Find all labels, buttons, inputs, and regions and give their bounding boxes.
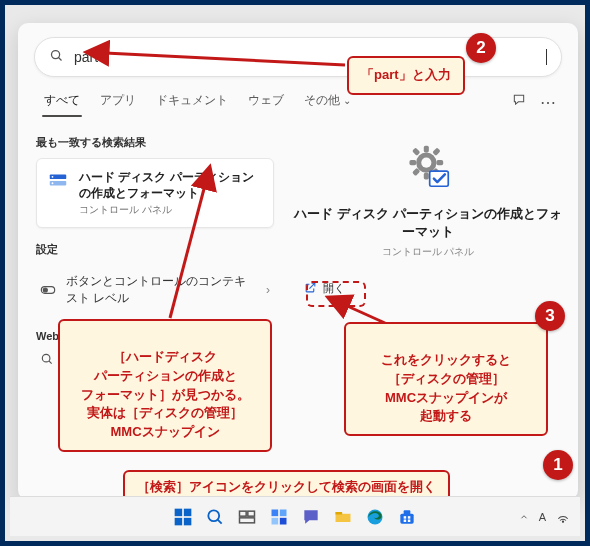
taskbar-tray: A (519, 510, 570, 524)
svg-point-19 (421, 158, 431, 168)
svg-rect-15 (412, 147, 420, 155)
svg-point-5 (52, 182, 54, 184)
annotated-screenshot-frame: part すべて アプリ ドキュメント ウェブ その他⌄ ⋯ 最も一致する検索結… (0, 0, 590, 546)
search-icon (49, 48, 64, 66)
svg-rect-26 (184, 508, 192, 516)
svg-rect-11 (424, 146, 429, 153)
svg-rect-32 (248, 511, 255, 516)
settings-item-label: ボタンとコントロールのコンテキスト レベル (66, 273, 256, 307)
network-volume-button[interactable] (556, 510, 570, 524)
tab-documents[interactable]: ドキュメント (146, 86, 238, 119)
edge-button[interactable] (362, 504, 388, 530)
gear-check-icon (401, 139, 455, 193)
results-right-column: ハード ディスク パーティションの作成とフォーマット コントロール パネル 開く (282, 125, 578, 500)
svg-point-8 (42, 355, 50, 363)
open-label: 開く (323, 281, 345, 296)
callout-best-match: ［ハードディスク パーティションの作成と フォーマット］が見つかる。 実体は［デ… (58, 319, 272, 452)
best-match-subtitle: コントロール パネル (79, 203, 263, 217)
feedback-button[interactable] (506, 89, 532, 115)
tray-overflow-button[interactable] (519, 512, 529, 522)
more-options-button[interactable]: ⋯ (534, 89, 562, 116)
svg-rect-44 (404, 519, 407, 522)
svg-rect-40 (400, 513, 413, 523)
svg-rect-17 (432, 147, 440, 155)
svg-line-30 (218, 519, 222, 523)
svg-point-46 (562, 521, 563, 522)
svg-rect-36 (272, 517, 279, 524)
widgets-button[interactable] (266, 504, 292, 530)
best-match-item[interactable]: ハード ディスク パーティションの作成とフォーマット コントロール パネル (36, 158, 274, 228)
hero-title: ハード ディスク パーティションの作成とフォーマット (290, 205, 566, 241)
partition-icon (47, 169, 69, 191)
start-button[interactable] (170, 504, 196, 530)
svg-rect-45 (408, 519, 411, 522)
chat-button[interactable] (298, 504, 324, 530)
open-icon (304, 281, 317, 296)
svg-point-4 (52, 176, 54, 178)
badge-2: 2 (466, 33, 496, 63)
chevron-down-icon: ⌄ (343, 95, 351, 106)
ime-indicator[interactable]: A (539, 511, 546, 523)
tabs-row: すべて アプリ ドキュメント ウェブ その他⌄ ⋯ (18, 85, 578, 119)
svg-rect-43 (408, 516, 411, 519)
svg-point-29 (208, 510, 219, 521)
svg-rect-35 (280, 509, 287, 516)
badge-1: 1 (543, 450, 573, 480)
callout-open-click: これをクリックすると ［ディスクの管理］ MMCスナップインが 起動する (344, 322, 548, 436)
taskbar-center (170, 504, 420, 530)
taskbar-search-button[interactable] (202, 504, 228, 530)
svg-rect-41 (404, 510, 411, 514)
best-match-heading: 最も一致する検索結果 (36, 135, 274, 150)
toggle-icon (40, 282, 56, 298)
svg-rect-14 (436, 160, 443, 165)
open-link[interactable]: 開く (296, 277, 353, 300)
svg-rect-33 (240, 517, 255, 522)
task-view-button[interactable] (234, 504, 260, 530)
store-button[interactable] (394, 504, 420, 530)
tab-all[interactable]: すべて (34, 86, 90, 119)
svg-point-7 (43, 288, 47, 292)
svg-rect-28 (184, 517, 192, 525)
text-caret (546, 49, 547, 65)
settings-item[interactable]: ボタンとコントロールのコンテキスト レベル › (36, 265, 274, 315)
tab-apps[interactable]: アプリ (90, 86, 146, 119)
svg-point-0 (52, 51, 60, 59)
chevron-right-icon: › (266, 283, 270, 297)
callout-type-part: 「part」と入力 (347, 56, 465, 95)
file-explorer-button[interactable] (330, 504, 356, 530)
best-match-title: ハード ディスク パーティションの作成とフォーマット (79, 169, 263, 201)
settings-heading: 設定 (36, 242, 274, 257)
result-hero: ハード ディスク パーティションの作成とフォーマット コントロール パネル 開く (290, 131, 566, 300)
svg-rect-13 (409, 160, 416, 165)
svg-rect-34 (272, 509, 279, 516)
svg-rect-37 (280, 517, 287, 524)
svg-rect-38 (336, 512, 343, 515)
search-icon (40, 352, 54, 369)
svg-line-9 (49, 361, 52, 364)
svg-line-1 (59, 58, 62, 61)
svg-rect-31 (240, 511, 247, 516)
svg-rect-12 (424, 173, 429, 180)
badge-3: 3 (535, 301, 565, 331)
svg-rect-25 (175, 508, 183, 516)
svg-rect-42 (404, 516, 407, 519)
tab-web[interactable]: ウェブ (238, 86, 294, 119)
taskbar: A (10, 496, 580, 536)
svg-rect-27 (175, 517, 183, 525)
hero-subtitle: コントロール パネル (382, 245, 475, 259)
